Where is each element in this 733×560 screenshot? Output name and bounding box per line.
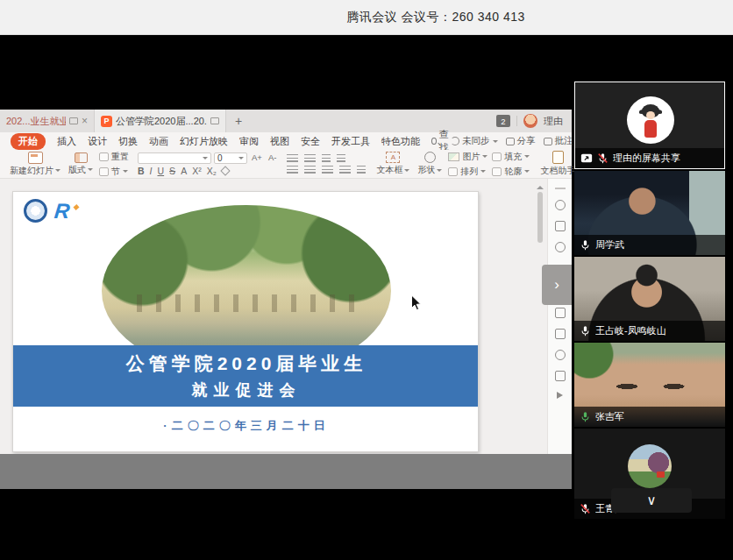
search-icon	[431, 138, 437, 145]
shapes-pane-icon[interactable]	[555, 221, 566, 231]
font-color-button[interactable]: A	[181, 166, 187, 176]
shapes-icon	[424, 152, 436, 163]
mic-muted-icon	[580, 503, 591, 514]
reset-icon	[99, 152, 109, 161]
assistant-icon[interactable]	[555, 200, 566, 210]
text-box-button[interactable]: A 文本框	[374, 152, 411, 176]
tab-close-icon[interactable]: ×	[82, 115, 88, 127]
participant-tile-video[interactable]: 王占岐-凤鸣岐山	[574, 257, 725, 341]
font-size-select[interactable]: 0	[214, 152, 247, 164]
justify-icon[interactable]	[339, 166, 351, 174]
reset-button[interactable]: 重置	[99, 151, 129, 163]
tab-pin-icon	[69, 117, 78, 124]
outline-label: 轮廓	[504, 166, 522, 178]
text-box-label: 文本框	[376, 164, 402, 176]
avatar-art	[646, 111, 655, 119]
participant-tile-sharing[interactable]: 理由的屏幕共享	[574, 82, 725, 169]
slide-canvas[interactable]: R 公管学院2020届毕业生 就业促进会 ·二〇二〇年三月二十日	[12, 191, 479, 452]
shared-screen-wps-window: 202...业生就业促进会 × P 公管学院2020届...20.03.20） …	[0, 110, 572, 489]
arrange-icon	[448, 167, 458, 176]
emoji-pane-icon[interactable]	[555, 242, 566, 252]
new-slide-button[interactable]: 新建幻灯片	[8, 152, 62, 177]
outline-button[interactable]: 轮廓	[492, 166, 530, 178]
participant-label: 王占岐-凤鸣岐山	[574, 321, 725, 341]
wps-presentation-icon: P	[101, 116, 112, 127]
section-icon	[99, 167, 109, 176]
participant-label: 周学武	[574, 235, 725, 255]
layout-icon	[75, 152, 88, 163]
pane-expander-button[interactable]: ›	[542, 265, 572, 305]
layout-button[interactable]: 版式	[67, 152, 95, 176]
comment-button[interactable]: 批注	[544, 135, 573, 147]
line-spacing-icon[interactable]	[357, 166, 366, 174]
share-button[interactable]: 分享	[506, 135, 536, 147]
clear-format-icon[interactable]	[220, 166, 230, 175]
decrease-font-button[interactable]: A-	[267, 152, 279, 164]
checkbox-pane-icon[interactable]	[555, 371, 566, 381]
bold-button[interactable]: B	[138, 166, 145, 176]
scroll-up-icon[interactable]	[537, 182, 544, 189]
menu-devtools[interactable]: 开发工具	[331, 135, 370, 148]
image-pane-icon[interactable]	[555, 329, 566, 339]
fill-button[interactable]: 填充	[492, 151, 530, 163]
share-icon	[506, 138, 515, 145]
align-center-icon[interactable]	[304, 166, 316, 174]
indent-icon[interactable]	[337, 154, 345, 163]
collaborators-badge[interactable]: 2	[496, 115, 510, 127]
arrange-button[interactable]: 排列	[448, 166, 487, 178]
chevron-down-icon	[88, 168, 93, 174]
italic-button[interactable]: I	[150, 166, 153, 176]
share-pane-icon[interactable]	[555, 350, 566, 360]
meeting-topbar: 腾讯会议 会议号：260 340 413	[0, 0, 733, 35]
chevron-down-icon	[524, 170, 530, 175]
font-family-select[interactable]	[138, 152, 211, 164]
vertical-scrollbar[interactable]	[537, 182, 544, 450]
collapse-pane-icon[interactable]	[555, 188, 566, 189]
sync-button[interactable]: 未同步	[451, 135, 498, 147]
collapse-videos-button[interactable]: ∨	[611, 488, 692, 513]
picture-button[interactable]: 图片	[448, 151, 487, 163]
chart-pane-icon[interactable]	[555, 308, 566, 318]
comment-label: 批注	[555, 135, 573, 147]
speaker-icon[interactable]	[557, 392, 563, 399]
section-button[interactable]: 节	[99, 166, 129, 178]
outdent-icon[interactable]	[322, 154, 331, 163]
menu-view[interactable]: 视图	[270, 135, 289, 148]
menu-features[interactable]: 特色功能	[381, 135, 420, 148]
doc-assistant-button[interactable]: 文档助手	[538, 151, 577, 177]
increase-font-button[interactable]: A+	[250, 152, 264, 164]
user-avatar[interactable]	[523, 114, 537, 128]
menu-home[interactable]: 开始	[11, 133, 46, 150]
bullets-icon[interactable]	[287, 154, 298, 163]
participant-tile-video[interactable]: 周学武	[574, 171, 725, 255]
divider	[516, 116, 517, 126]
align-left-icon[interactable]	[287, 166, 298, 174]
scrollbar-thumb[interactable]	[537, 192, 543, 243]
logo-star-icon	[74, 203, 80, 209]
underline-button[interactable]: U	[158, 166, 165, 176]
menu-security[interactable]: 安全	[301, 135, 320, 148]
menu-insert[interactable]: 插入	[57, 135, 76, 148]
subscript-button[interactable]: X₂	[207, 166, 217, 176]
numbering-icon[interactable]	[304, 154, 316, 163]
strikethrough-button[interactable]: S	[169, 166, 175, 176]
menu-slideshow[interactable]: 幻灯片放映	[180, 135, 228, 148]
tab-pin-icon	[210, 117, 219, 124]
menu-animation[interactable]: 动画	[149, 135, 168, 148]
tab-2-label: 公管学院2020届...20.03.20）	[116, 115, 207, 128]
ribbon-group-paragraph	[282, 152, 370, 176]
slide-title-line2: 就业促进会	[192, 379, 302, 401]
menu-design[interactable]: 设计	[88, 135, 107, 148]
participant-tile-video[interactable]: 张吉军	[574, 343, 725, 427]
menu-review[interactable]: 审阅	[239, 135, 259, 148]
chevron-down-icon	[493, 140, 498, 145]
menu-transition[interactable]: 切换	[118, 135, 138, 148]
participant-name: 理由的屏幕共享	[613, 152, 680, 165]
layout-label: 版式	[68, 164, 86, 176]
chevron-down-icon	[482, 155, 487, 160]
wps-menu-bar: 开始 插入 设计 切换 动画 幻灯片放映 审阅 视图 安全 开发工具 特色功能 …	[0, 132, 572, 150]
shapes-button[interactable]: 形状	[416, 152, 444, 176]
align-right-icon[interactable]	[322, 166, 333, 174]
superscript-button[interactable]: X²	[192, 166, 202, 176]
chevron-down-icon	[123, 170, 128, 175]
